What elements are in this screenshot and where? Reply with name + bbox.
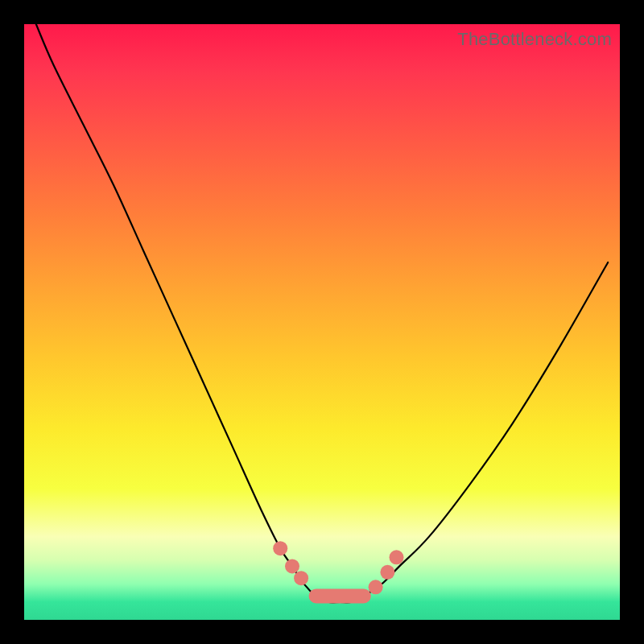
marker-dot <box>285 559 299 573</box>
marker-pill <box>309 588 371 603</box>
bottleneck-curve <box>24 24 620 620</box>
marker-dot <box>273 541 287 555</box>
chart-frame: TheBottleneck.com <box>0 0 644 644</box>
marker-dot <box>380 565 394 580</box>
highlight-markers <box>273 541 403 603</box>
marker-dot <box>294 571 308 585</box>
marker-dot <box>369 580 383 594</box>
marker-dot <box>390 550 404 564</box>
chart-plot-area: TheBottleneck.com <box>24 24 620 620</box>
